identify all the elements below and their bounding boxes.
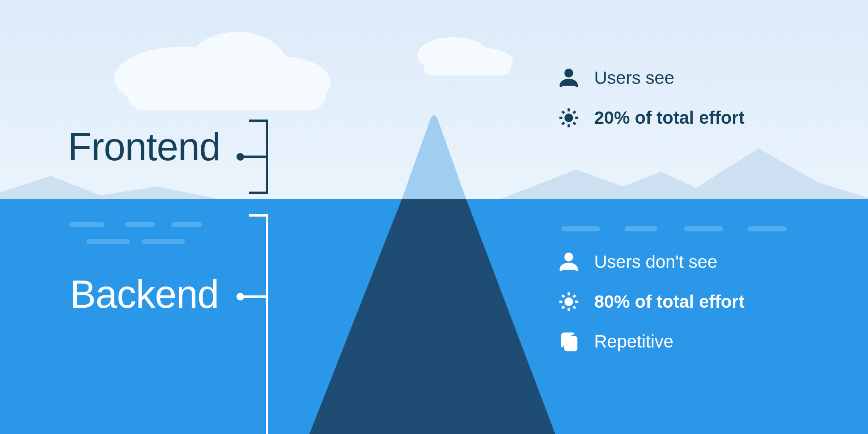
frontend-info: Users see 20% of total effort (556, 65, 745, 131)
svg-point-23 (566, 299, 572, 305)
frontend-visibility-text: Users see (594, 69, 674, 87)
backend-effort-text: 80% of total effort (594, 293, 745, 311)
backend-label: Backend (70, 275, 219, 314)
backend-visibility-text: Users don't see (594, 253, 718, 271)
svg-point-20 (566, 70, 572, 76)
backend-visibility-row: Users don't see (556, 249, 745, 275)
frontend-visibility-row: Users see (556, 65, 745, 91)
svg-point-21 (566, 115, 572, 121)
svg-rect-3 (127, 78, 326, 110)
frontend-effort-row: 20% of total effort (556, 105, 745, 131)
svg-point-17 (236, 153, 244, 161)
backend-repetitive-text: Repetitive (594, 333, 673, 351)
gear-icon (556, 289, 581, 314)
backend-repetitive-row: Repetitive (556, 329, 745, 354)
user-icon (556, 249, 581, 275)
svg-point-19 (236, 293, 244, 300)
backend-info: Users don't see 80% of total effort Repe… (556, 249, 745, 354)
backend-effort-row: 80% of total effort (556, 289, 745, 314)
copy-icon (556, 329, 581, 354)
frontend-effort-text: 20% of total effort (594, 109, 745, 127)
frontend-label: Frontend (68, 127, 220, 166)
user-icon (556, 65, 581, 91)
svg-rect-6 (424, 59, 511, 75)
gear-icon (556, 105, 581, 131)
iceberg-diagram: Frontend Backend Users see 20% of total … (0, 0, 868, 434)
svg-point-22 (566, 254, 572, 260)
